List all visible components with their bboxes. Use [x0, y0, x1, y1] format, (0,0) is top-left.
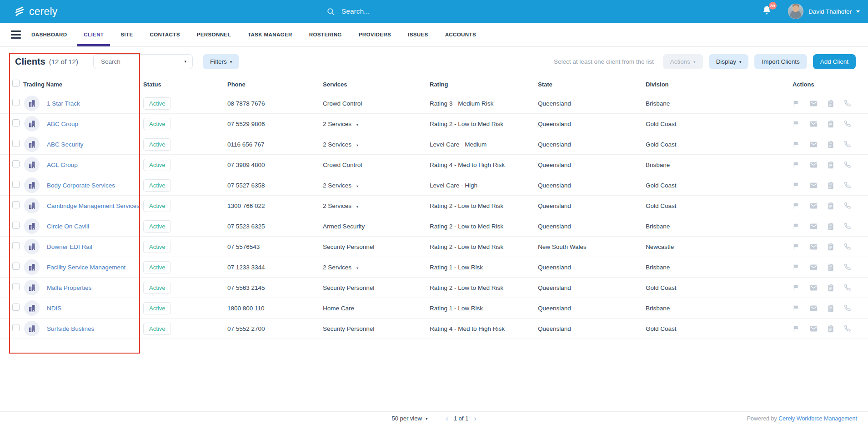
hamburger-menu-icon[interactable]	[11, 23, 21, 46]
nav-tab-dashboard[interactable]: DASHBOARD	[31, 23, 67, 46]
flag-icon[interactable]	[793, 182, 800, 189]
services-chevron-icon[interactable]: ▾	[356, 184, 358, 188]
row-checkbox[interactable]	[12, 160, 20, 167]
client-name-link[interactable]: Circle On Cavill	[47, 223, 89, 230]
column-header-status[interactable]: Status	[143, 81, 227, 88]
row-checkbox[interactable]	[12, 181, 20, 188]
notes-icon[interactable]	[828, 202, 834, 210]
flag-icon[interactable]	[793, 304, 800, 312]
services-chevron-icon[interactable]: ▾	[356, 266, 358, 270]
phone-icon[interactable]	[844, 263, 851, 271]
client-name-link[interactable]: AGL Group	[47, 162, 78, 168]
nav-tab-rostering[interactable]: ROSTERING	[309, 23, 342, 46]
row-checkbox[interactable]	[12, 283, 20, 290]
notes-icon[interactable]	[828, 325, 834, 333]
display-button[interactable]: Display ▾	[709, 54, 749, 69]
powered-by-link[interactable]: Cerely Workforce Management	[778, 415, 857, 422]
client-name-link[interactable]: ABC Security	[47, 141, 83, 148]
nav-tab-site[interactable]: SITE	[120, 23, 133, 46]
flag-icon[interactable]	[793, 120, 800, 127]
user-menu-chevron-icon[interactable]	[856, 10, 860, 13]
notes-icon[interactable]	[828, 182, 834, 189]
per-page-selector[interactable]: 50 per view ▾	[391, 415, 427, 422]
phone-icon[interactable]	[844, 223, 851, 230]
client-name-link[interactable]: Body Corporate Services	[47, 182, 115, 189]
phone-icon[interactable]	[844, 141, 851, 148]
mail-icon[interactable]	[810, 121, 818, 127]
phone-icon[interactable]	[844, 284, 851, 291]
flag-icon[interactable]	[793, 161, 800, 168]
phone-icon[interactable]	[844, 120, 851, 127]
row-checkbox[interactable]	[12, 201, 20, 208]
flag-icon[interactable]	[793, 141, 800, 148]
client-name-link[interactable]: Facility Service Management	[47, 264, 125, 271]
mail-icon[interactable]	[810, 182, 818, 189]
filters-button[interactable]: Filters ▾	[203, 54, 239, 69]
client-name-link[interactable]: ABC Group	[47, 121, 78, 127]
row-checkbox[interactable]	[12, 304, 20, 311]
client-search-input[interactable]	[101, 58, 178, 65]
nav-tab-client[interactable]: CLIENT	[84, 23, 104, 46]
notifications-bell[interactable]: 89	[762, 5, 772, 18]
phone-icon[interactable]	[844, 161, 851, 168]
flag-icon[interactable]	[793, 325, 800, 332]
services-chevron-icon[interactable]: ▾	[356, 143, 358, 147]
import-clients-button[interactable]: Import Clients	[754, 54, 807, 69]
mail-icon[interactable]	[810, 284, 818, 291]
notes-icon[interactable]	[828, 100, 834, 107]
client-name-link[interactable]: Malfa Properties	[47, 284, 91, 291]
client-name-link[interactable]: NDIS	[47, 305, 61, 312]
row-checkbox[interactable]	[12, 242, 20, 249]
row-checkbox[interactable]	[12, 324, 20, 331]
add-client-button[interactable]: Add Client	[813, 54, 856, 69]
phone-icon[interactable]	[844, 202, 851, 209]
column-header-trading-name[interactable]: Trading Name	[23, 81, 143, 88]
notes-icon[interactable]	[828, 243, 834, 251]
column-header-state[interactable]: State	[538, 81, 646, 88]
notes-icon[interactable]	[828, 223, 834, 230]
column-header-rating[interactable]: Rating	[430, 81, 538, 88]
client-name-link[interactable]: 1 Star Track	[47, 100, 80, 107]
mail-icon[interactable]	[810, 202, 818, 209]
phone-icon[interactable]	[844, 325, 851, 332]
client-name-link[interactable]: Downer EDI Rail	[47, 243, 92, 250]
mail-icon[interactable]	[810, 264, 818, 271]
cerely-logo[interactable]: cerely	[14, 5, 58, 18]
notes-icon[interactable]	[828, 284, 834, 292]
row-checkbox[interactable]	[12, 222, 20, 229]
row-checkbox[interactable]	[12, 140, 20, 147]
next-page-icon[interactable]: ›	[474, 415, 476, 422]
row-checkbox[interactable]	[12, 99, 20, 106]
client-name-link[interactable]: Surfside Buslines	[47, 325, 94, 332]
nav-tab-personnel[interactable]: PERSONNEL	[197, 23, 231, 46]
nav-tab-issues[interactable]: ISSUES	[408, 23, 428, 46]
column-header-phone[interactable]: Phone	[227, 81, 323, 88]
mail-icon[interactable]	[810, 325, 818, 332]
previous-page-icon[interactable]: ‹	[446, 415, 448, 422]
select-all-checkbox[interactable]	[12, 80, 20, 87]
phone-icon[interactable]	[844, 304, 851, 312]
notes-icon[interactable]	[828, 120, 834, 128]
flag-icon[interactable]	[793, 243, 800, 250]
nav-tab-providers[interactable]: PROVIDERS	[359, 23, 391, 46]
nav-tab-contacts[interactable]: CONTACTS	[150, 23, 180, 46]
phone-icon[interactable]	[844, 182, 851, 189]
notes-icon[interactable]	[828, 141, 834, 148]
services-chevron-icon[interactable]: ▾	[356, 204, 358, 209]
search-scope-chevron-icon[interactable]: ▾	[184, 59, 186, 64]
phone-icon[interactable]	[844, 243, 851, 250]
global-search[interactable]: Search...	[326, 0, 370, 23]
actions-button[interactable]: Actions ▾	[663, 54, 703, 69]
notes-icon[interactable]	[828, 161, 834, 169]
flag-icon[interactable]	[793, 263, 800, 271]
client-name-link[interactable]: Cambridge Management Services	[47, 202, 140, 209]
row-checkbox[interactable]	[12, 263, 20, 270]
mail-icon[interactable]	[810, 162, 818, 168]
notes-icon[interactable]	[828, 263, 834, 271]
mail-icon[interactable]	[810, 223, 818, 230]
flag-icon[interactable]	[793, 100, 800, 107]
services-chevron-icon[interactable]: ▾	[356, 122, 358, 127]
mail-icon[interactable]	[810, 305, 818, 312]
flag-icon[interactable]	[793, 202, 800, 209]
mail-icon[interactable]	[810, 243, 818, 250]
